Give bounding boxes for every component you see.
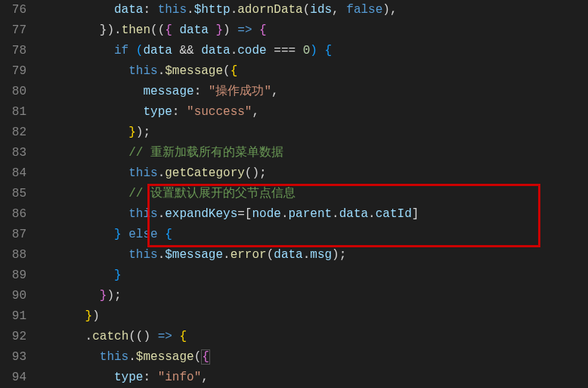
code-line[interactable]: this.getCategory(); [42,163,588,184]
code-line[interactable]: this.$message({ [42,61,588,82]
code-line[interactable]: }).then(({ data }) => { [42,20,588,41]
code-editor: 76 77 78 79 80 81 82 83 84 85 86 87 88 8… [0,0,588,388]
code-line[interactable]: }) [42,306,588,327]
line-number: 82 [8,123,26,143]
line-number: 93 [8,347,26,368]
line-number: 78 [8,41,26,61]
code-line[interactable]: .catch(() => { [42,327,588,347]
code-line[interactable]: // 设置默认展开的父节点信息 [42,184,588,204]
code-line[interactable]: this.expandKeys=[node.parent.data.catId] [42,204,588,225]
line-number: 92 [8,327,26,347]
code-line[interactable]: }); [42,123,588,143]
line-number: 80 [8,82,26,102]
code-line[interactable]: // 重新加载所有的菜单数据 [42,143,588,163]
line-number: 81 [8,102,26,123]
line-number: 84 [8,163,26,184]
line-number: 87 [8,225,26,245]
code-content[interactable]: data: this.$http.adornData(ids, false), … [42,0,588,388]
code-line[interactable]: this.$message({ [42,347,588,368]
line-number: 91 [8,306,26,327]
line-number: 90 [8,286,26,306]
code-line[interactable]: }); [42,286,588,306]
code-line[interactable]: } [42,265,588,286]
line-number: 86 [8,204,26,225]
code-line[interactable]: type: "info", [42,368,588,388]
line-number-gutter: 76 77 78 79 80 81 82 83 84 85 86 87 88 8… [0,0,42,388]
code-line[interactable]: message: "操作成功", [42,82,588,102]
line-number: 77 [8,20,26,41]
line-number: 76 [8,0,26,20]
line-number: 89 [8,265,26,286]
line-number: 85 [8,184,26,204]
code-line[interactable]: data: this.$http.adornData(ids, false), [42,0,588,20]
code-line[interactable]: type: "success", [42,102,588,123]
line-number: 88 [8,245,26,265]
line-number: 83 [8,143,26,163]
code-line[interactable]: } else { [42,225,588,245]
line-number: 94 [8,368,26,388]
code-line[interactable]: this.$message.error(data.msg); [42,245,588,265]
line-number: 79 [8,61,26,82]
code-line[interactable]: if (data && data.code === 0) { [42,41,588,61]
